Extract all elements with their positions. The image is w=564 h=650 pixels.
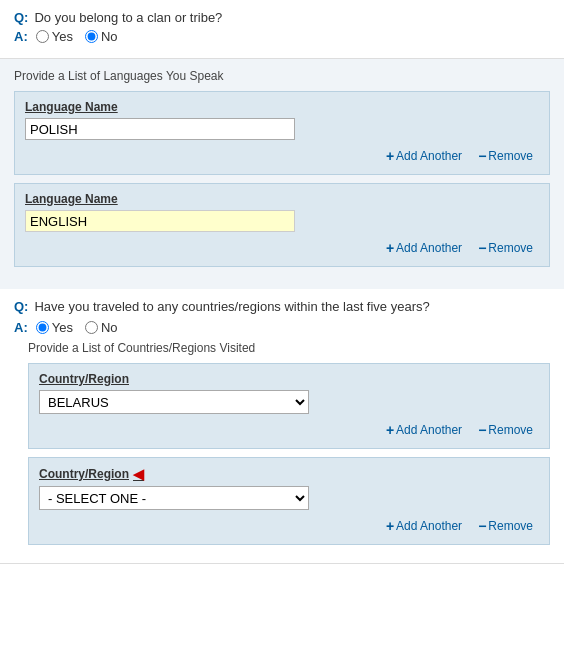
plus-icon-country-2: +	[386, 518, 394, 534]
country-field-label-1: Country/Region	[39, 372, 539, 386]
clan-yes-option[interactable]: Yes	[36, 29, 73, 44]
language-remove-label-2: Remove	[488, 241, 533, 255]
travel-question-text: Have you traveled to any countries/regio…	[34, 299, 429, 314]
languages-section: Provide a List of Languages You Speak La…	[0, 59, 564, 289]
language-add-link-2[interactable]: + Add Another	[386, 240, 462, 256]
clan-q-label: Q:	[14, 10, 28, 25]
countries-title: Provide a List of Countries/Regions Visi…	[28, 341, 550, 355]
country-entry-1: Country/Region BELARUS FRANCE GERMANY JA…	[28, 363, 550, 449]
travel-radio-group: Yes No	[36, 320, 118, 335]
country-add-link-1[interactable]: + Add Another	[386, 422, 462, 438]
country-remove-label-2: Remove	[488, 519, 533, 533]
country-add-label-1: Add Another	[396, 423, 462, 437]
language-add-label-1: Add Another	[396, 149, 462, 163]
country-add-link-2[interactable]: + Add Another	[386, 518, 462, 534]
clan-no-label: No	[101, 29, 118, 44]
language-field-label-1: Language Name	[25, 100, 539, 114]
travel-no-option[interactable]: No	[85, 320, 118, 335]
country-label-text-2: Country/Region	[39, 467, 129, 481]
country-remove-link-1[interactable]: − Remove	[478, 422, 533, 438]
minus-icon-country-1: −	[478, 422, 486, 438]
language-actions-2: + Add Another − Remove	[25, 240, 539, 256]
country-actions-1: + Add Another − Remove	[39, 422, 539, 438]
language-add-label-2: Add Another	[396, 241, 462, 255]
travel-yes-label: Yes	[52, 320, 73, 335]
travel-yes-radio[interactable]	[36, 321, 49, 334]
language-remove-label-1: Remove	[488, 149, 533, 163]
country-select-1[interactable]: BELARUS FRANCE GERMANY JAPAN RUSSIA UKRA…	[39, 390, 309, 414]
travel-yes-option[interactable]: Yes	[36, 320, 73, 335]
language-entry-2: Language Name + Add Another − Remove	[14, 183, 550, 267]
plus-icon-country-1: +	[386, 422, 394, 438]
clan-radio-group: Yes No	[36, 29, 118, 44]
country-add-label-2: Add Another	[396, 519, 462, 533]
clan-no-option[interactable]: No	[85, 29, 118, 44]
languages-title: Provide a List of Languages You Speak	[14, 69, 550, 83]
country-remove-link-2[interactable]: − Remove	[478, 518, 533, 534]
plus-icon-1: +	[386, 148, 394, 164]
travel-no-radio[interactable]	[85, 321, 98, 334]
minus-icon-1: −	[478, 148, 486, 164]
minus-icon-country-2: −	[478, 518, 486, 534]
language-add-link-1[interactable]: + Add Another	[386, 148, 462, 164]
clan-question-section: Q: Do you belong to a clan or tribe? A: …	[0, 0, 564, 59]
country-remove-label-1: Remove	[488, 423, 533, 437]
language-field-label-2: Language Name	[25, 192, 539, 206]
country-entry-2: Country/Region ◀ - SELECT ONE - BELARUS …	[28, 457, 550, 545]
country-field-label-2: Country/Region ◀	[39, 466, 539, 482]
language-remove-link-2[interactable]: − Remove	[478, 240, 533, 256]
required-indicator-2: ◀	[133, 466, 144, 482]
travel-a-label: A:	[14, 320, 28, 335]
language-entry-1: Language Name + Add Another − Remove	[14, 91, 550, 175]
clan-yes-label: Yes	[52, 29, 73, 44]
clan-a-label: A:	[14, 29, 28, 44]
language-input-1[interactable]	[25, 118, 295, 140]
clan-yes-radio[interactable]	[36, 30, 49, 43]
country-select-2[interactable]: - SELECT ONE - BELARUS FRANCE GERMANY JA…	[39, 486, 309, 510]
travel-q-label: Q:	[14, 299, 28, 314]
country-actions-2: + Add Another − Remove	[39, 518, 539, 534]
clan-no-radio[interactable]	[85, 30, 98, 43]
language-input-2[interactable]	[25, 210, 295, 232]
countries-section: Provide a List of Countries/Regions Visi…	[14, 341, 550, 545]
plus-icon-2: +	[386, 240, 394, 256]
clan-question-text: Do you belong to a clan or tribe?	[34, 10, 222, 25]
travel-question-section: Q: Have you traveled to any countries/re…	[0, 289, 564, 564]
travel-no-label: No	[101, 320, 118, 335]
language-actions-1: + Add Another − Remove	[25, 148, 539, 164]
minus-icon-2: −	[478, 240, 486, 256]
language-remove-link-1[interactable]: − Remove	[478, 148, 533, 164]
